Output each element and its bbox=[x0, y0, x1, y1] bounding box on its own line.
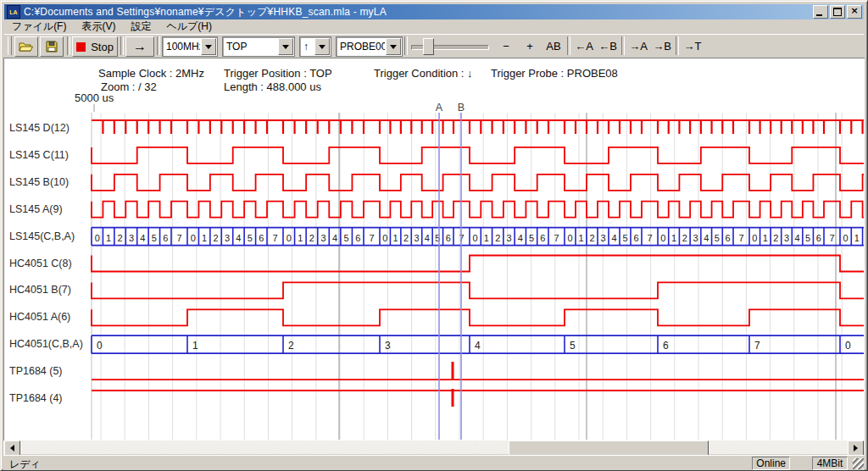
menu-item-0[interactable]: ファイル(F) bbox=[4, 19, 74, 36]
clock-rate-combo[interactable]: 100MHz bbox=[162, 36, 218, 57]
app-icon: LA bbox=[7, 5, 20, 19]
menu-bar: ファイル(F)表示(V)設定ヘルプ(H) bbox=[4, 19, 864, 34]
zoom-slider[interactable] bbox=[411, 36, 489, 55]
trigger-probe-value: PROBE00 bbox=[337, 41, 385, 53]
save-file-button[interactable] bbox=[40, 36, 64, 57]
toolbar-grip bbox=[8, 36, 12, 55]
maximize-button[interactable] bbox=[830, 5, 845, 19]
trigger-condition-text: Trigger Condition : ↓ bbox=[374, 67, 473, 80]
close-icon: × bbox=[848, 5, 861, 16]
chevron-down-icon bbox=[205, 45, 212, 49]
nav-button-AB[interactable]: AB bbox=[542, 36, 565, 55]
toolbar-separator bbox=[120, 36, 124, 55]
status-memory-badge: 4MBit bbox=[812, 457, 848, 470]
nav-button-[interactable]: + bbox=[518, 36, 542, 55]
trigger-position-combo[interactable]: TOP bbox=[222, 36, 295, 57]
toolbar: Stop → 100MHz TOP ↑ PROBE00 −+AB←A←B→A→B… bbox=[4, 34, 864, 58]
trigger-position-value: TOP bbox=[223, 41, 277, 53]
toolbar-separator bbox=[67, 36, 70, 55]
scroll-right-button[interactable] bbox=[848, 441, 864, 456]
scrollbar-thumb[interactable] bbox=[509, 441, 709, 456]
zoom-slider-handle[interactable] bbox=[423, 38, 434, 55]
nav-button-A[interactable]: ←A bbox=[572, 36, 596, 55]
app-window: LA C:¥Documents and Settings¥noname¥デスクト… bbox=[0, 0, 868, 471]
menu-item-1[interactable]: 表示(V) bbox=[74, 19, 123, 36]
chevron-down-icon bbox=[282, 45, 289, 49]
window-controls: × bbox=[813, 5, 864, 19]
minimize-button[interactable] bbox=[813, 5, 828, 19]
status-online-badge: Online bbox=[752, 457, 790, 470]
minimize-icon bbox=[816, 14, 822, 16]
window-title: C:¥Documents and Settings¥noname¥デスクトップ¥… bbox=[24, 5, 387, 19]
stop-label: Stop bbox=[91, 41, 114, 53]
run-button[interactable]: → bbox=[125, 36, 154, 57]
toolbar-separator bbox=[404, 36, 408, 55]
menu-item-3[interactable]: ヘルプ(H) bbox=[159, 19, 220, 36]
toolbar-separator bbox=[676, 36, 679, 55]
nav-button-B[interactable]: ←B bbox=[596, 36, 620, 55]
stop-button[interactable]: Stop bbox=[72, 36, 118, 57]
scroll-left-icon bbox=[10, 445, 14, 452]
toolbar-separator bbox=[621, 36, 625, 55]
status-ready-text: レディ bbox=[9, 457, 41, 471]
clock-rate-dropdown-button[interactable] bbox=[201, 38, 216, 55]
toolbar-separator bbox=[567, 36, 570, 55]
open-folder-icon bbox=[19, 41, 34, 53]
clock-rate-value: 100MHz bbox=[163, 41, 200, 53]
run-arrow-icon: → bbox=[133, 39, 147, 54]
sample-clock-text: Sample Clock : 2MHz bbox=[98, 67, 204, 80]
chevron-down-icon bbox=[319, 45, 326, 49]
nav-button-A[interactable]: →A bbox=[626, 36, 650, 55]
close-button[interactable]: × bbox=[847, 5, 862, 19]
scroll-left-button[interactable] bbox=[4, 441, 20, 456]
nav-button-[interactable]: − bbox=[494, 36, 518, 55]
nav-button-B[interactable]: →B bbox=[650, 36, 674, 55]
length-text: Length : 488.000 us bbox=[224, 80, 321, 93]
trigger-edge-combo[interactable]: ↑ bbox=[299, 36, 331, 57]
maximize-icon bbox=[833, 8, 842, 16]
open-file-button[interactable] bbox=[14, 36, 38, 57]
trigger-probe-dropdown-button[interactable] bbox=[386, 38, 401, 55]
trigger-position-text: Trigger Position : TOP bbox=[224, 67, 332, 80]
waveform-panel bbox=[3, 58, 865, 441]
stop-icon bbox=[76, 42, 86, 52]
save-floppy-icon bbox=[46, 41, 58, 53]
trigger-edge-value: ↑ bbox=[300, 41, 314, 53]
chevron-down-icon bbox=[390, 45, 397, 49]
trigger-edge-dropdown-button[interactable] bbox=[314, 38, 330, 55]
toolbar-separator bbox=[157, 36, 160, 55]
title-bar: LA C:¥Documents and Settings¥noname¥デスクト… bbox=[4, 4, 864, 19]
status-bar: レディ Online 4MBit bbox=[3, 455, 865, 470]
nav-button-T[interactable]: →T bbox=[681, 36, 704, 55]
trigger-probe-combo[interactable]: PROBE00 bbox=[336, 36, 403, 57]
zoom-text: Zoom : / 32 bbox=[101, 80, 157, 93]
menu-item-2[interactable]: 設定 bbox=[123, 19, 159, 36]
scroll-right-icon bbox=[854, 445, 858, 452]
trigger-position-dropdown-button[interactable] bbox=[278, 38, 293, 55]
trigger-probe-text: Trigger Probe : PROBE08 bbox=[491, 67, 618, 80]
horizontal-scrollbar[interactable] bbox=[3, 441, 865, 454]
resize-grip[interactable] bbox=[853, 458, 864, 469]
